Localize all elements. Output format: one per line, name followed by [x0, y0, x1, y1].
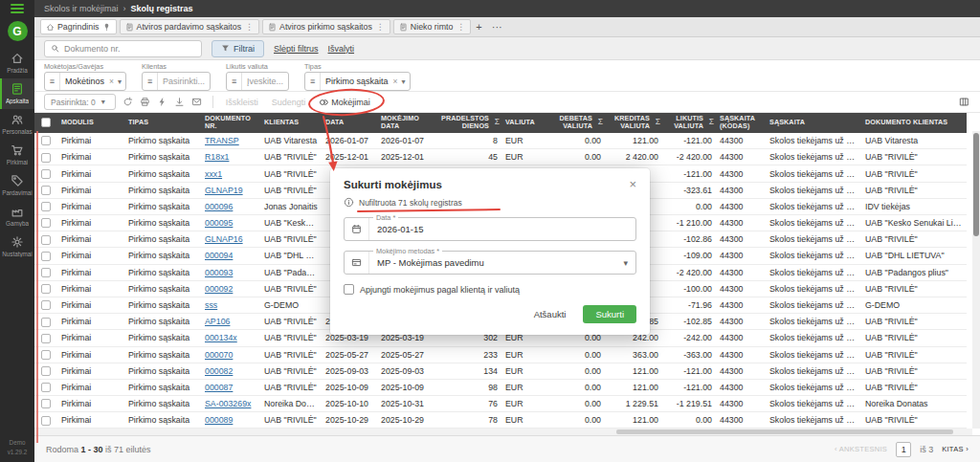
tab-atviros-pardavimo-sąskaitos[interactable]: Atviros pardavimo sąskaitos⋮	[120, 19, 260, 34]
document-link[interactable]: 000070	[205, 350, 233, 360]
payment-method-select[interactable]: Mokėjimo metodas * MP - Mokėjimas pavedi…	[344, 251, 636, 275]
menu-toggle-button[interactable]	[0, 0, 34, 17]
table-row[interactable]: PirkimaiPirkimo sąskaita000070UAB "RIVIL…	[34, 346, 967, 363]
selected-count-button[interactable]: Pasirinkta: 0 ▾	[44, 94, 116, 110]
document-link[interactable]: sss	[205, 300, 217, 310]
sidebar-item-pardavimai[interactable]: Pardavimai	[0, 170, 34, 201]
sidebar-item-nustatymai[interactable]: Nustatymai	[0, 231, 34, 262]
chevron-down-icon[interactable]: ▾	[402, 77, 406, 86]
table-row[interactable]: PirkimaiPirkimo sąskaitaR18x1UAB "RIVILĖ…	[34, 149, 967, 165]
filter-control-tipas[interactable]: ≡Pirkimo sąskaita×▾	[304, 72, 411, 91]
row-checkbox[interactable]	[34, 346, 57, 363]
document-link[interactable]: GLNAP16	[205, 234, 243, 244]
document-link[interactable]: 000089	[205, 415, 233, 425]
column-header-modulis[interactable]: Modulis	[57, 113, 124, 133]
column-header-mok_data[interactable]: Mokėjimo data	[377, 113, 433, 133]
scrollbar-thumb[interactable]	[616, 429, 954, 434]
column-header-valiuta[interactable]: Valiuta	[501, 113, 549, 133]
row-checkbox[interactable]	[34, 149, 57, 165]
sidebar-item-pirkimai[interactable]: Pirkimai	[0, 140, 34, 170]
clear-filter-icon[interactable]: ×	[393, 77, 398, 86]
sigma-icon[interactable]: Σ	[656, 118, 660, 127]
column-header-kreditas[interactable]: Kreditas valiutaΣ	[605, 113, 662, 133]
sidebar-item-personalas[interactable]: Personalas	[0, 109, 34, 140]
scrollbar-thumb[interactable]	[973, 133, 979, 236]
sidebar-item-gamyba[interactable]: Gamyba	[0, 201, 34, 231]
mokėjimai-button[interactable]: Mokėjimai	[315, 98, 374, 107]
bolt-icon[interactable]	[156, 95, 169, 110]
document-link[interactable]: SA-003269x	[205, 399, 251, 408]
vertical-scrollbar[interactable]	[972, 131, 980, 429]
kebab-icon[interactable]: ⋮	[457, 22, 465, 32]
document-link[interactable]: 000087	[205, 383, 233, 392]
table-row[interactable]: PirkimaiPirkimo sąskaitaTRANSPUAB Vitare…	[34, 133, 967, 149]
row-checkbox[interactable]	[34, 363, 57, 379]
chevron-down-icon[interactable]: ▾	[118, 77, 122, 86]
mail-icon[interactable]	[190, 95, 204, 110]
document-link[interactable]: 000082	[205, 366, 233, 376]
kebab-icon[interactable]: ⋮	[376, 22, 385, 32]
sigma-icon[interactable]: Σ	[495, 118, 500, 127]
document-link[interactable]: 000096	[205, 202, 233, 211]
tab-nieko-rimto[interactable]: Nieko rimto⋮	[393, 19, 471, 34]
row-checkbox[interactable]	[34, 314, 57, 330]
row-checkbox[interactable]	[34, 412, 57, 429]
clear-filter-icon[interactable]: ×	[109, 77, 114, 86]
sigma-icon[interactable]: Σ	[598, 118, 603, 127]
document-link[interactable]: 000093	[205, 268, 233, 277]
submit-button[interactable]: Sukurti	[583, 305, 636, 323]
next-page-button[interactable]: KITAS ›	[942, 445, 969, 453]
filters-button[interactable]: Filtrai	[212, 40, 264, 57]
row-checkbox[interactable]	[34, 165, 57, 182]
column-header-kodas[interactable]: Sąskaita (kodas)	[716, 113, 766, 133]
close-icon[interactable]: ×	[629, 178, 636, 190]
column-header-klientas[interactable]: Klientas	[260, 113, 322, 133]
row-checkbox[interactable]	[34, 330, 57, 346]
document-link[interactable]: 000092	[205, 284, 233, 294]
row-checkbox[interactable]	[34, 182, 57, 198]
column-header-saskaita[interactable]: Sąskaita	[766, 113, 861, 133]
kebab-icon[interactable]: ⋮	[245, 22, 254, 32]
merge-payments-checkbox[interactable]: Apjungti mokėjimus pagal klientą ir vali…	[344, 284, 636, 295]
column-header-dok_klientas[interactable]: Dokumento klientas	[861, 113, 967, 133]
row-checkbox[interactable]	[34, 133, 57, 149]
breadcrumb-parent[interactable]: Skolos ir mokėjimai	[44, 4, 119, 13]
hide-filters-link[interactable]: Slėpti filtrus	[274, 44, 319, 54]
refresh-icon[interactable]	[122, 95, 135, 110]
table-row[interactable]: PirkimaiPirkimo sąskaita000087UAB "RIVIL…	[34, 379, 967, 395]
horizontal-scrollbar[interactable]	[34, 429, 972, 435]
sigma-icon[interactable]: Σ	[709, 118, 714, 127]
document-link[interactable]: 000095	[205, 218, 233, 228]
document-link[interactable]: xxx1	[205, 169, 222, 179]
row-checkbox[interactable]	[34, 396, 57, 412]
print-icon[interactable]	[139, 95, 152, 110]
row-checkbox[interactable]	[34, 198, 57, 214]
filter-control-mokėtojas-gavėjas[interactable]: ≡Mokėtinos×▾	[44, 72, 126, 91]
document-link[interactable]: R18x1	[205, 152, 229, 162]
row-checkbox[interactable]	[34, 379, 57, 395]
document-link[interactable]: TRANSP	[205, 136, 239, 145]
sidebar-item-apskaita[interactable]: Apskaita	[0, 78, 34, 109]
column-header-likutis[interactable]: Likutis valiutaΣ	[662, 113, 716, 133]
column-header-nr[interactable]: Dokumento nr.	[201, 113, 260, 133]
select-all-checkbox[interactable]	[34, 113, 57, 133]
row-checkbox[interactable]	[34, 248, 57, 264]
cancel-button[interactable]: Atšaukti	[528, 306, 572, 322]
row-checkbox[interactable]	[34, 215, 57, 231]
column-settings-icon[interactable]	[957, 95, 970, 110]
download-icon[interactable]	[173, 95, 187, 110]
table-row[interactable]: PirkimaiPirkimo sąskaitaSA-003269xNoreik…	[34, 396, 967, 412]
row-checkbox[interactable]	[34, 231, 57, 248]
filter-control-likutis-valiuta[interactable]: ≡Įveskite...	[226, 72, 289, 91]
document-link[interactable]: AP106	[205, 317, 230, 326]
more-tabs-button[interactable]: ···	[487, 21, 507, 33]
add-tab-button[interactable]: +	[471, 21, 486, 33]
document-link[interactable]: 000134x	[205, 333, 237, 342]
filter-control-klientas[interactable]: ≡Pasirinkti...	[142, 72, 211, 91]
column-header-data[interactable]: Data	[322, 113, 377, 133]
clear-filters-link[interactable]: Išvalyti	[328, 44, 355, 54]
checkbox-icon[interactable]	[344, 284, 354, 295]
search-input[interactable]: Dokumento nr.	[44, 40, 202, 57]
document-link[interactable]: GLNAP19	[205, 186, 243, 195]
payment-date-field[interactable]: Data * 2026-01-15	[344, 217, 636, 241]
